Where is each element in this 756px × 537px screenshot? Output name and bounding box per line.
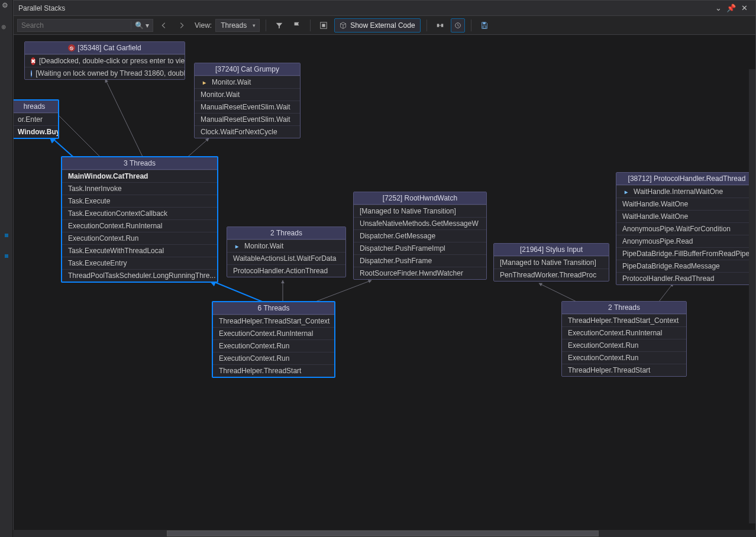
close-icon[interactable]: ✕	[738, 4, 751, 12]
frame-row[interactable]: RootSourceFinder.HwndWatcher	[354, 267, 486, 279]
frame-row[interactable]: ThreadHelper.ThreadStart_Context	[562, 314, 686, 326]
toolbar: 🔍 ▾ View: Threads ▾	[14, 16, 755, 35]
search-field[interactable]	[18, 20, 131, 31]
frame-row[interactable]: ExecutionContext.Run	[213, 352, 334, 364]
frame-row[interactable]: WaitHandle.WaitOne	[616, 210, 755, 222]
frame-row[interactable]: ThreadHelper.ThreadStart_Context	[213, 315, 334, 327]
vertical-scrollbar[interactable]	[749, 69, 755, 523]
frame-title: 2 Threads	[608, 303, 640, 312]
frame-row[interactable]: ExecutionContext.Run	[562, 351, 686, 364]
stack-frame-2threads-a[interactable]: 2 Threads ▸Monitor.Wait WaitableActionsL…	[227, 227, 346, 277]
frame-row[interactable]: ThreadPoolTaskScheduler.LongRunningThre.…	[62, 269, 217, 282]
stack-frame-garfield[interactable]: ⦸ [35348] Cat Garfield ✖[Deadlocked, dou…	[24, 41, 185, 80]
auto-scroll-button[interactable]	[451, 18, 465, 33]
frame-header[interactable]: [21964] Stylus Input	[494, 244, 609, 256]
split-icon[interactable]: ⊕	[1, 24, 6, 30]
pin-icon[interactable]: 📌	[725, 4, 738, 12]
chevron-down-icon[interactable]: ⌄	[712, 4, 725, 12]
frame-row[interactable]: Task.InnerInvoke	[62, 182, 217, 195]
svg-rect-1	[322, 24, 325, 27]
frame-title: [38712] ProtocolHandler.ReadThread	[628, 174, 746, 183]
frame-row[interactable]: Dispatcher.PushFrameImpl	[354, 242, 486, 254]
stack-frame-6threads[interactable]: 6 Threads ThreadHelper.ThreadStart_Conte…	[212, 301, 335, 378]
frame-row[interactable]: Window.Buy	[14, 125, 58, 138]
nav-back-button[interactable]	[157, 18, 171, 33]
frame-row[interactable]: ExecutionContext.RunInternal	[213, 327, 334, 339]
frame-row[interactable]: ProtocolHandler.ActionThread	[227, 264, 345, 277]
stack-frame-stylus[interactable]: [21964] Stylus Input [Managed to Native …	[493, 243, 609, 282]
frame-row[interactable]: AnonymousPipe.WaitForCondition	[616, 222, 755, 235]
frame-row[interactable]: Task.ExecutionContextCallback	[62, 207, 217, 219]
zoom-fit-button[interactable]	[316, 18, 331, 33]
frame-row[interactable]: ExecutionContext.Run	[562, 339, 686, 351]
toggle-method-view-button[interactable]	[433, 18, 447, 33]
frame-row[interactable]: or.Enter	[14, 113, 58, 125]
frame-row[interactable]: ▸Monitor.Wait	[227, 240, 345, 252]
frame-row[interactable]: MainWindow.CatThread	[62, 170, 217, 182]
svg-rect-5	[483, 22, 485, 24]
stack-frame-grumpy[interactable]: [37240] Cat Grumpy ▸Monitor.Wait Monitor…	[194, 63, 301, 138]
frame-row[interactable]: [Managed to Native Transition]	[494, 256, 609, 268]
info-icon: i	[31, 70, 32, 77]
frame-row[interactable]: UnsafeNativeMethods.GetMessageW	[354, 217, 486, 229]
parallel-stacks-canvas[interactable]: ⦸ [35348] Cat Garfield ✖[Deadlocked, dou…	[14, 35, 755, 530]
frame-header[interactable]: ⦸ [35348] Cat Garfield	[25, 42, 185, 54]
frame-row[interactable]: ManualResetEventSlim.Wait	[195, 113, 300, 125]
frame-row[interactable]: Dispatcher.PushFrame	[354, 254, 486, 267]
frame-title: [37240] Cat Grumpy	[215, 65, 279, 73]
stack-frame-2threads-b[interactable]: 2 Threads ThreadHelper.ThreadStart_Conte…	[561, 301, 687, 377]
frame-row[interactable]: ExecutionContext.Run	[62, 232, 217, 244]
stack-frame-protocolhandler[interactable]: [38712] ProtocolHandler.ReadThread ▸Wait…	[616, 172, 755, 285]
frame-header[interactable]: 3 Threads	[62, 157, 217, 170]
frame-header[interactable]: 2 Threads	[227, 227, 345, 240]
frame-row[interactable]: Task.ExecuteEntry	[62, 257, 217, 269]
stack-frame-clipped[interactable]: hreads or.Enter Window.Buy	[14, 99, 59, 139]
frame-row[interactable]: ExecutionContext.RunInternal	[62, 219, 217, 232]
gear-icon[interactable]: ⚙	[2, 1, 8, 9]
frame-row[interactable]: Task.ExecuteWithThreadLocal	[62, 244, 217, 257]
frame-row[interactable]: ThreadHelper.ThreadStart	[562, 364, 686, 376]
stack-frame-3threads[interactable]: 3 Threads MainWindow.CatThread Task.Inne…	[61, 156, 218, 283]
frame-header[interactable]: 2 Threads	[562, 302, 686, 314]
frame-row[interactable]: WaitHandle.WaitOne	[616, 198, 755, 210]
frame-row[interactable]: ▸Monitor.Wait	[195, 76, 300, 88]
frame-header[interactable]: hreads	[14, 101, 58, 113]
frame-title: [21964] Stylus Input	[520, 245, 583, 254]
search-input[interactable]: 🔍 ▾	[17, 19, 153, 32]
frame-row[interactable]: Clock.WaitForNextCycle	[195, 125, 300, 138]
flag-button[interactable]	[290, 18, 304, 33]
nav-forward-button[interactable]	[175, 18, 189, 33]
view-dropdown[interactable]: Threads ▾	[215, 19, 260, 32]
left-gutter: ⚙ ⊕	[0, 0, 13, 537]
frame-row[interactable]: Dispatcher.GetMessage	[354, 229, 486, 242]
frame-header[interactable]: 6 Threads	[213, 302, 334, 315]
save-button[interactable]	[477, 18, 492, 33]
search-icon[interactable]: 🔍 ▾	[131, 21, 153, 30]
frame-row[interactable]: Task.Execute	[62, 195, 217, 207]
filter-button[interactable]	[272, 18, 286, 33]
frame-row[interactable]: ThreadHelper.ThreadStart	[213, 364, 334, 377]
show-external-code-button[interactable]: Show External Code	[334, 18, 420, 33]
frame-row[interactable]: PipeDataBridge.ReadMessage	[616, 260, 755, 272]
frame-row[interactable]: ✖[Deadlocked, double-click or press ente…	[25, 54, 185, 67]
frame-header[interactable]: [37240] Cat Grumpy	[195, 63, 300, 76]
frame-title: 6 Threads	[258, 304, 290, 312]
horizontal-scrollbar[interactable]	[13, 530, 756, 537]
separator	[310, 20, 311, 31]
frame-row[interactable]: ▸WaitHandle.InternalWaitOne	[616, 185, 755, 198]
frame-row[interactable]: AnonymousPipe.Read	[616, 235, 755, 247]
frame-row[interactable]: i[Waiting on lock owned by Thread 31860,…	[25, 67, 185, 79]
frame-row[interactable]: ExecutionContext.Run	[213, 339, 334, 352]
frame-row[interactable]: WaitableActionsList.WaitForData	[227, 252, 345, 264]
scrollbar-thumb[interactable]	[167, 530, 599, 536]
frame-row[interactable]: ExecutionContext.RunInternal	[562, 326, 686, 339]
frame-row[interactable]: [Managed to Native Transition]	[354, 205, 486, 217]
stack-frame-roothwnd[interactable]: [7252] RootHwndWatch [Managed to Native …	[353, 192, 487, 280]
frame-header[interactable]: [7252] RootHwndWatch	[354, 192, 486, 205]
frame-row[interactable]: ManualResetEventSlim.Wait	[195, 101, 300, 113]
frame-row[interactable]: PipeDataBridge.FillBufferFromReadPipe	[616, 247, 755, 260]
frame-header[interactable]: [38712] ProtocolHandler.ReadThread	[616, 173, 755, 185]
frame-row[interactable]: ProtocolHandler.ReadThread	[616, 272, 755, 284]
frame-row[interactable]: Monitor.Wait	[195, 88, 300, 101]
frame-row[interactable]: PenThreadWorker.ThreadProc	[494, 268, 609, 281]
